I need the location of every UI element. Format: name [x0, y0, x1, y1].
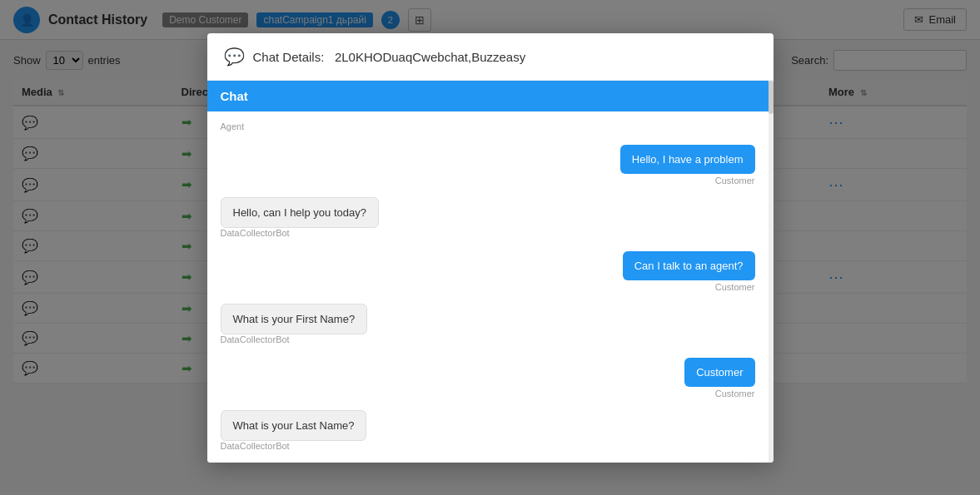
agent-bubble: What is your Last Name? [221, 410, 367, 441]
modal-chat-icon: 💬 [224, 47, 245, 67]
customer-label: Customer [715, 389, 755, 398]
modal-header: 💬 Chat Details: 2L0KHODuaqCwebchat,Buzze… [207, 33, 774, 81]
bot-label: DataCollectorBot [221, 441, 290, 451]
customer-bubble: Can I talk to an agent? [623, 251, 755, 280]
customer-bubble: Hello, I have a problem [620, 145, 755, 174]
scrollbar[interactable] [769, 81, 774, 463]
modal-overlay[interactable]: 💬 Chat Details: 2L0KHODuaqCwebchat,Buzze… [0, 0, 980, 495]
customer-label: Customer [715, 176, 755, 186]
agent-bubble: Hello, can I help you today? [221, 197, 379, 228]
scrollbar-thumb [769, 81, 774, 114]
agent-bubble: What is your First Name? [221, 304, 368, 334]
chat-panel-header: Chat [207, 81, 769, 111]
agent-label: Agent [221, 121, 755, 131]
message-row: What is your Last Name? DataCollectorBot [221, 410, 755, 453]
chat-panel: Chat Agent Hello, I have a problem Custo… [207, 81, 769, 463]
modal-title: Chat Details: 2L0KHODuaqCwebchat,Buzzeas… [253, 50, 526, 64]
message-row: Customer Customer [221, 358, 755, 398]
customer-bubble: Customer [684, 358, 754, 387]
bot-label: DataCollectorBot [221, 228, 290, 238]
bot-label: DataCollectorBot [221, 334, 290, 344]
message-row: Can I talk to an agent? Customer [221, 251, 755, 292]
message-row: What is your First Name? DataCollectorBo… [221, 304, 755, 346]
message-row: Hello, can I help you today? DataCollect… [221, 197, 755, 240]
chat-details-modal: 💬 Chat Details: 2L0KHODuaqCwebchat,Buzze… [207, 33, 774, 463]
message-row: Hello, I have a problem Customer [221, 145, 755, 186]
chat-messages[interactable]: Agent Hello, I have a problem Customer H… [207, 111, 769, 463]
modal-body: Chat Agent Hello, I have a problem Custo… [207, 81, 774, 463]
customer-label: Customer [715, 282, 755, 292]
